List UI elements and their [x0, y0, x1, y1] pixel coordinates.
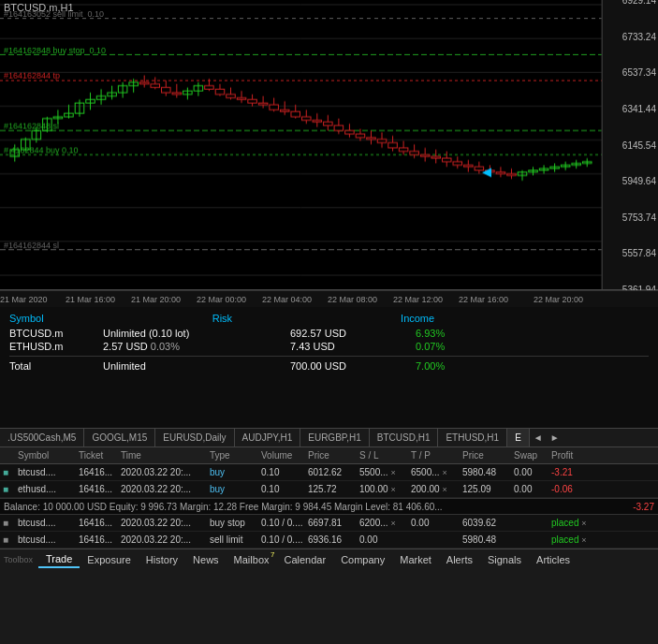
row-tp: 0.00	[408, 518, 460, 528]
balance-row: Balance: 10 000.00 USD Equity: 9 996.73 …	[0, 498, 658, 515]
row-price2: 6039.62	[460, 518, 511, 528]
col-risk-header: Risk	[212, 313, 232, 324]
tab-trade[interactable]: Trade	[38, 551, 80, 568]
info-risk-eth: 2.57 USD 0.03%	[103, 341, 290, 352]
x-axis-label: 22 Mar 04:00	[262, 295, 312, 304]
row-time: 2020.03.22 20:...	[118, 484, 207, 494]
info-row-btc: BTCUSD.m Unlimited (0.10 lot) 692.57 USD…	[9, 328, 649, 339]
table-row-pending: ■ btcusd.... 16416... 2020.03.22 20:... …	[0, 532, 658, 549]
info-divider	[9, 356, 649, 357]
tab-item[interactable]: AUDJPY,H1	[235, 429, 301, 447]
row-profit: placed ×	[548, 518, 588, 528]
th-time: Time	[118, 450, 207, 461]
info-panel: Symbol Risk Income BTCUSD.m Unlimited (0…	[0, 307, 658, 429]
row-ticket: 16416...	[76, 484, 118, 494]
info-pct-eth: 0.07%	[416, 341, 445, 352]
info-row-eth: ETHUSD.m 2.57 USD 0.03% 7.43 USD 0.07%	[9, 341, 649, 352]
row-time: 2020.03.22 20:...	[118, 518, 207, 528]
orders-table: Symbol Ticket Time Type Volume Price S /…	[0, 447, 658, 549]
tab-scroll-left[interactable]: ◄	[530, 431, 547, 445]
tab-item[interactable]: GOOGL,M15	[84, 429, 155, 447]
table-row: ■ btcusd.... 16416... 2020.03.22 20:... …	[0, 464, 658, 481]
col-income-header: Income	[401, 313, 434, 324]
row-sl: 5500... ×	[357, 467, 408, 477]
info-total-pct: 7.00%	[416, 360, 445, 372]
th-volume: Volume	[258, 450, 305, 461]
row-profit: placed ×	[548, 534, 588, 545]
row-ticket: 16416...	[76, 518, 118, 528]
chart-title: BTCUSD.m,H1	[4, 2, 74, 13]
tabs-strip: .US500Cash,M5GOOGL,M15EURUSD,DailyAUDJPY…	[0, 429, 658, 447]
info-total-income: 700.00 USD	[290, 360, 412, 372]
row-swap: 0.00	[511, 484, 548, 494]
tab-articles[interactable]: Articles	[529, 552, 578, 567]
row-type: buy	[207, 484, 258, 494]
toolbox-label: Toolbox	[4, 555, 33, 564]
table-row: ■ ethusd.... 16416... 2020.03.22 20:... …	[0, 481, 658, 498]
tab-mailbox[interactable]: Mailbox7	[227, 552, 277, 567]
row-symbol: ethusd....	[15, 484, 76, 494]
tab-scroll-right[interactable]: ►	[547, 431, 563, 445]
balance-text: Balance: 10 000.00 USD Equity: 9 996.73 …	[4, 502, 633, 512]
th-ticket: Ticket	[76, 450, 118, 461]
tab-item[interactable]: EURGBP,H1	[300, 429, 370, 447]
tab-item[interactable]: .US500Cash,M5	[0, 429, 84, 447]
row-price2: 5980.48	[460, 467, 511, 477]
tab-alerts[interactable]: Alerts	[439, 552, 480, 567]
info-total-label: Total	[9, 360, 103, 372]
tab-item[interactable]: E	[507, 429, 530, 447]
row-price2: 5980.48	[460, 534, 511, 545]
y-axis-label: 6341.44	[622, 103, 656, 113]
tab-item[interactable]: EURUSD,Daily	[155, 429, 234, 447]
row-symbol: btcusd....	[15, 518, 76, 528]
info-pct-btc: 6.93%	[416, 328, 445, 339]
row-symbol: btcusd....	[15, 467, 76, 477]
row-price2: 125.09	[460, 484, 511, 494]
row-price: 6936.16	[305, 534, 357, 545]
tab-calendar[interactable]: Calendar	[277, 552, 334, 567]
row-time: 2020.03.22 20:...	[118, 534, 207, 545]
info-income-eth: 7.43 USD	[290, 341, 412, 352]
th-price: Price	[305, 450, 357, 461]
th-symbol: Symbol	[15, 450, 76, 461]
bottom-toolbar: Toolbox Trade Exposure History News Mail…	[0, 549, 658, 569]
y-axis-label: 6929.14	[622, 0, 656, 6]
y-axis-label: 5949.64	[622, 176, 656, 186]
col-symbol-header: Symbol	[9, 313, 44, 324]
tab-signals[interactable]: Signals	[480, 552, 529, 567]
row-time: 2020.03.22 20:...	[118, 467, 207, 477]
x-axis: 21 Mar 202021 Mar 16:0021 Mar 20:0022 Ma…	[0, 290, 658, 307]
tab-exposure[interactable]: Exposure	[80, 552, 138, 567]
x-axis-label: 22 Mar 16:00	[459, 295, 508, 304]
tab-company[interactable]: Company	[333, 552, 392, 567]
y-axis-label: 6145.54	[622, 139, 656, 150]
th-profit: Profit	[548, 450, 588, 461]
row-volume: 0.10 / 0....	[258, 534, 305, 545]
info-symbol-btc: BTCUSD.m	[9, 328, 103, 339]
th-sl: S / L	[357, 450, 408, 461]
y-axis: 6929.146733.246537.346341.446145.545949.…	[602, 0, 658, 289]
row-icon: ■	[0, 518, 15, 528]
info-total-risk: Unlimited	[103, 360, 290, 372]
row-price: 6012.62	[305, 467, 357, 477]
row-ticket: 16416...	[76, 467, 118, 477]
row-tp: 6500... ×	[408, 467, 460, 477]
tab-item[interactable]: ETHUSD,H1	[438, 429, 507, 447]
row-volume: 0.10 / 0....	[258, 518, 305, 528]
tab-news[interactable]: News	[185, 552, 227, 567]
x-axis-label: 22 Mar 20:00	[534, 295, 583, 304]
row-profit: -3.21	[548, 467, 588, 477]
table-header: Symbol Ticket Time Type Volume Price S /…	[0, 447, 658, 464]
x-axis-label: 21 Mar 2020	[0, 295, 48, 304]
info-header: Symbol Risk Income	[9, 313, 649, 324]
row-ticket: 16416...	[76, 534, 118, 545]
tab-history[interactable]: History	[139, 552, 185, 567]
row-sl: 6200... ×	[357, 518, 408, 528]
x-axis-label: 21 Mar 20:00	[131, 295, 181, 304]
y-axis-label: 5753.74	[622, 212, 656, 222]
x-axis-label: 22 Mar 12:00	[393, 295, 443, 304]
tab-item[interactable]: BTCUSD,H1	[370, 429, 439, 447]
x-axis-label: 22 Mar 00:00	[197, 295, 246, 304]
tab-market[interactable]: Market	[392, 552, 439, 567]
row-price: 6697.81	[305, 518, 357, 528]
